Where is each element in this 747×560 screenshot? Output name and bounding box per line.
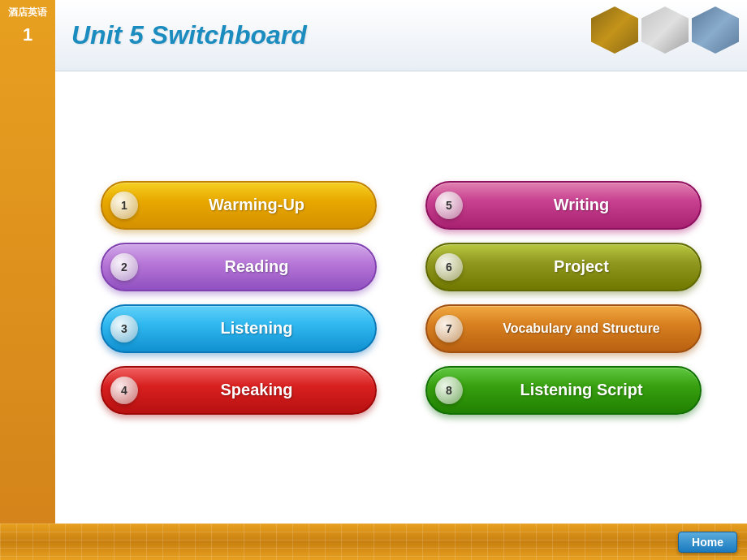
project-button[interactable]: 6 Project (425, 243, 702, 291)
project-label: Project (463, 257, 700, 276)
hex-image-group (591, 6, 739, 54)
writing-button[interactable]: 5 Writing (425, 181, 702, 230)
writing-label: Writing (463, 196, 700, 214)
btn-number-3: 3 (110, 315, 138, 342)
reading-label: Reading (138, 257, 375, 276)
btn-number-2: 2 (110, 253, 138, 281)
main-content: 1 Warming-Up 5 Writing 2 Reading 6 Proje… (55, 71, 747, 523)
btn-number-4: 4 (110, 377, 138, 404)
sidebar-number: 1 (23, 24, 32, 45)
btn-number-1: 1 (110, 192, 138, 219)
vocabulary-button[interactable]: 7 Vocabulary and Structure (425, 304, 702, 353)
btn-number-5: 5 (435, 192, 463, 219)
hex-image-3 (692, 6, 739, 54)
warming-up-button[interactable]: 1 Warming-Up (101, 181, 377, 230)
bottom-bar: Home (0, 523, 747, 560)
sidebar: 酒店英语 1 (0, 0, 55, 523)
btn-number-7: 7 (435, 315, 463, 342)
header: Unit 5 Switchboard (55, 0, 747, 71)
warming-up-label: Warming-Up (138, 196, 375, 214)
speaking-label: Speaking (138, 381, 375, 399)
btn-number-6: 6 (435, 253, 463, 281)
vocabulary-label: Vocabulary and Structure (463, 321, 700, 336)
listening-script-button[interactable]: 8 Listening Script (425, 366, 702, 415)
home-button[interactable]: Home (678, 532, 737, 553)
listening-button[interactable]: 3 Listening (101, 304, 377, 353)
sidebar-title: 酒店英语 (8, 6, 47, 19)
listening-script-label: Listening Script (463, 381, 700, 399)
speaking-button[interactable]: 4 Speaking (101, 366, 377, 415)
hex-image-2 (641, 6, 689, 54)
hex-image-1 (591, 6, 638, 54)
page-title: Unit 5 Switchboard (71, 20, 307, 50)
btn-number-8: 8 (435, 377, 463, 404)
menu-grid: 1 Warming-Up 5 Writing 2 Reading 6 Proje… (68, 165, 734, 431)
listening-label: Listening (138, 319, 375, 338)
reading-button[interactable]: 2 Reading (101, 243, 377, 291)
